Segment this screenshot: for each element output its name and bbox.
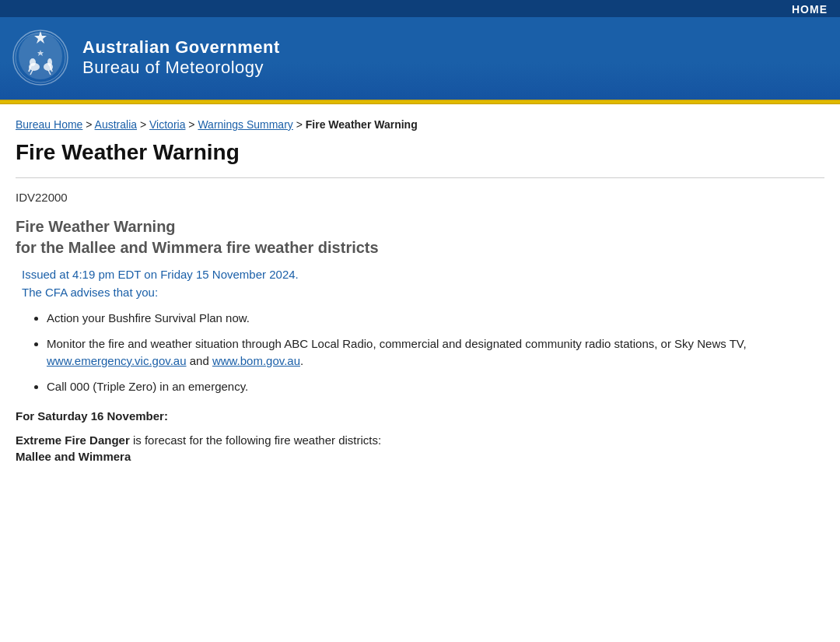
- fire-danger-suffix: is forecast for the following fire weath…: [130, 433, 381, 447]
- issued-line: Issued at 4:19 pm EDT on Friday 15 Novem…: [16, 268, 824, 281]
- header-divider: [0, 100, 840, 104]
- page-divider: [16, 177, 824, 178]
- breadcrumb-current: Fire Weather Warning: [306, 118, 418, 131]
- breadcrumb-warnings-summary[interactable]: Warnings Summary: [198, 118, 292, 131]
- breadcrumb-australia[interactable]: Australia: [95, 118, 137, 131]
- header-top-bar: HOME: [0, 0, 840, 17]
- list-item-2-period: .: [300, 354, 303, 367]
- list-item-2-and: and: [187, 354, 212, 367]
- list-item-1: Action your Bushfire Survival Plan now.: [47, 310, 824, 328]
- district-name: Mallee and Wimmera: [16, 450, 824, 463]
- list-item-3: Call 000 (Triple Zero) in an emergency.: [47, 378, 824, 396]
- list-item-3-text: Call 000 (Triple Zero) in an emergency.: [47, 380, 248, 393]
- breadcrumb-victoria[interactable]: Victoria: [149, 118, 185, 131]
- main-content: IDV22000 Fire Weather Warning for the Ma…: [0, 191, 840, 479]
- warning-heading: Fire Weather Warning: [16, 218, 824, 236]
- breadcrumb-sep-3: >: [188, 118, 198, 131]
- gov-line: Australian Government: [82, 37, 280, 58]
- svg-point-3: [30, 58, 36, 66]
- for-date: For Saturday 16 November:: [16, 409, 824, 423]
- breadcrumb: Bureau Home > Australia > Victoria > War…: [0, 104, 840, 137]
- list-item-2: Monitor the fire and weather situation t…: [47, 335, 824, 370]
- crest-container: Australian Government Bureau of Meteorol…: [9, 26, 280, 89]
- bom-gov-link[interactable]: www.bom.gov.au: [212, 354, 300, 367]
- home-link[interactable]: HOME: [792, 3, 828, 16]
- crest-icon: [9, 26, 72, 89]
- cfa-line: The CFA advises that you:: [16, 286, 824, 299]
- breadcrumb-sep-2: >: [140, 118, 149, 131]
- fire-danger-text: Extreme Fire Danger: [16, 433, 130, 447]
- breadcrumb-bureau-home[interactable]: Bureau Home: [16, 118, 82, 131]
- list-item-1-text: Action your Bushfire Survival Plan now.: [47, 311, 250, 325]
- header-main: Australian Government Bureau of Meteorol…: [0, 17, 840, 100]
- warning-id: IDV22000: [16, 191, 824, 204]
- page-header: HOME: [0, 0, 840, 104]
- header-title: Australian Government Bureau of Meteorol…: [82, 37, 280, 78]
- advice-list: Action your Bushfire Survival Plan now. …: [47, 310, 824, 395]
- breadcrumb-sep-1: >: [86, 118, 94, 131]
- emergency-vic-link[interactable]: www.emergency.vic.gov.au: [47, 354, 187, 367]
- svg-point-7: [47, 58, 52, 66]
- bom-line: Bureau of Meteorology: [82, 58, 280, 78]
- page-title: Fire Weather Warning: [0, 137, 840, 177]
- fire-danger-line: Extreme Fire Danger is forecast for the …: [16, 433, 824, 447]
- list-item-2-text: Monitor the fire and weather situation t…: [47, 337, 747, 350]
- breadcrumb-sep-4: >: [296, 118, 306, 131]
- warning-subheading: for the Mallee and Wimmera fire weather …: [16, 239, 824, 257]
